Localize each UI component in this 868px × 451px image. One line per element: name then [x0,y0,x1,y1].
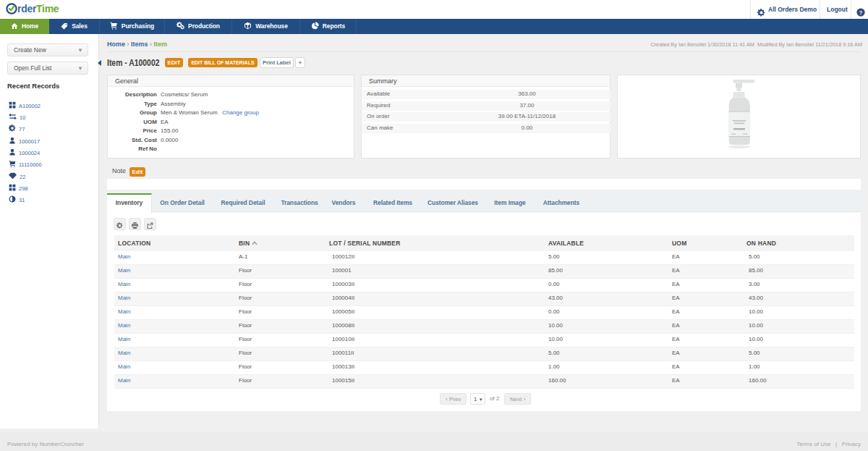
svg-text:?: ? [859,9,863,16]
